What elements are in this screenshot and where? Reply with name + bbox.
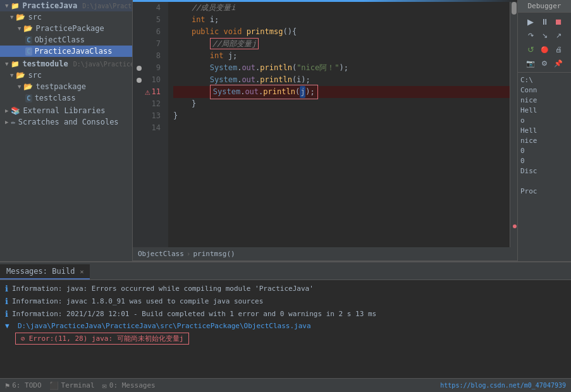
sidebar-item-src[interactable]: ▼ 📂 src [0,11,132,23]
sidebar-item-objectClass[interactable]: C ObjectClass [0,34,132,46]
gutter-cell-10 [133,74,145,86]
debugger-tab[interactable]: Debugger [518,0,571,13]
debug-stop-btn[interactable]: ⏹ [552,15,565,28]
debug-camera-btn[interactable]: 📷 [524,57,537,70]
comment-box: //局部变量j [210,38,259,49]
sidebar-item-practiceJavaClass[interactable]: C PracticeJavaClass [0,46,132,57]
code-editor[interactable]: //成员变量i int i; public void printmsg(){ /… [168,2,510,247]
debug-print-btn[interactable]: 🖨 [552,43,565,56]
line-num-12: 12 [145,98,164,110]
sidebar-item-label: testmodule [22,59,68,68]
debug-rerun-btn[interactable]: ↺ [524,43,537,56]
bottom-tabs: Messages: Build ✕ [0,262,571,280]
info-icon-3: ℹ [5,309,8,319]
debug-step-out-btn[interactable]: ↗ [552,29,565,42]
gutter-cell-5 [133,14,145,26]
debug-pause-btn[interactable]: ⏸ [538,15,551,28]
debug-step-over-btn[interactable]: ↷ [524,29,537,42]
class-icon3: C [25,94,32,102]
error-marker-scrollbar [513,224,517,228]
status-right: https://blog.csdn.net/m0_47047939 [440,382,566,389]
code-text: } [173,110,178,122]
error-code-box: System.out.println(j); [210,85,318,99]
sidebar: ▼ 📁 PracticeJava D:\java\PracticeJava\Pr… [0,0,133,261]
line-num-10: 10 [145,74,164,86]
line-num-14: 14 [145,122,164,134]
code-line-5: int i; [173,14,510,26]
code-text: //成员变量i [173,2,236,14]
scrollbar-thumb [512,2,517,15]
dbg-output-4: Hell [520,106,568,116]
tab-messages-build[interactable]: Messages: Build ✕ [0,264,90,279]
code-text: //局部变量j [173,38,259,50]
code-line-7: //局部变量j [173,38,510,50]
info-icon-1: ℹ [5,284,8,294]
gutter-cell-4 [133,2,145,14]
sidebar-item-practicePackage[interactable]: ▼ 📂 PracticePackage [0,23,132,34]
debug-step-into-btn[interactable]: ↘ [538,29,551,42]
breadcrumb-method: printmsg() [193,250,235,258]
message-row-2: ℹ Information: javac 1.8.0_91 was used t… [0,295,571,308]
editor-scrollbar[interactable] [510,2,517,247]
editor-area: 4 5 6 7 8 9 10 ⚠11 12 13 14 //成员变量i [133,0,517,261]
class-icon: C [25,36,32,44]
sidebar-item-externalLibraries[interactable]: ▶ 📚 External Libraries [0,105,132,116]
status-messages[interactable]: ✉ 0: Messages [102,381,156,390]
expand-arrow-sc: ▶ [5,119,8,125]
code-line-8: int j; [173,50,510,62]
breadcrumb: ObjectClass › printmsg() [133,247,517,261]
library-icon: 📚 [11,106,20,115]
dbg-output-6: Hell [520,126,568,136]
bottom-panel: Messages: Build ✕ ℹ Information: java: E… [0,261,571,378]
sidebar-item-scratches[interactable]: ▶ ✏️ Scratches and Consoles [0,116,132,128]
dbg-output-9: 0 [520,156,568,166]
message-row-1: ℹ Information: java: Errors occurred whi… [0,283,571,295]
line-num-4: 4 [145,2,164,14]
gutter-cell-13 [133,110,145,122]
code-line-6: public void printmsg(){ [173,26,510,38]
tab-label: Messages: Build [6,267,75,276]
debugger-toolbar: ▶ ⏸ ⏹ ↷ ↘ ↗ ↺ 🔴 🖨 📷 ⚙ 📌 [518,13,571,73]
line-num-5: 5 [145,14,164,26]
gutter-cell-12 [133,98,145,110]
todo-label: 6: TODO [12,381,41,389]
status-bar: ⚑ 6: TODO ⬛ Terminal ✉ 0: Messages https… [0,378,571,392]
editor-content: 4 5 6 7 8 9 10 ⚠11 12 13 14 //成员变量i [133,2,517,247]
debug-breakpoint-btn[interactable]: 🔴 [538,43,551,56]
sidebar-item-label: testclass [35,94,76,102]
sidebar-item-label: src [28,13,42,21]
todo-icon: ⚑ [5,381,9,390]
debug-pin-btn[interactable]: 📌 [552,57,565,70]
debug-settings-btn[interactable]: ⚙ [538,57,551,70]
sidebar-item-label: Scratches and Consoles [18,118,119,126]
file-row[interactable]: ▼ D:\java\PracticeJava\PracticeJava\src\… [0,321,571,331]
sidebar-item-testmodule[interactable]: ▼ 📁 testmodule D:\java\PracticeJava\test… [0,58,132,70]
line-num-8: 8 [145,50,164,62]
sidebar-item-src2[interactable]: ▼ 📂 src [0,70,132,81]
line-num-6: 6 [145,26,164,38]
code-text: System.out.println(j); [173,85,318,99]
code-line-4: //成员变量i [173,2,510,14]
code-text: public void printmsg(){ [173,26,297,38]
tab-close-btn[interactable]: ✕ [80,268,83,275]
sidebar-item-practiceJava[interactable]: ▼ 📁 PracticeJava D:\java\PracticeJava\Pr… [0,0,132,11]
gutter-cell-11 [133,86,145,98]
sidebar-item-label: testpackage [35,82,85,91]
class-icon: C [25,47,32,56]
debugger-panel: Debugger ▶ ⏸ ⏹ ↷ ↘ ↗ ↺ 🔴 🖨 📷 ⚙ 📌 C:\ Con… [517,0,571,261]
sidebar-item-testpackage[interactable]: ▼ 📂 testpackage [0,81,132,92]
info-icon-2: ℹ [5,297,8,307]
expand-arrow-src2: ▼ [10,72,13,78]
code-line-13: } [173,110,510,122]
expand-arrow-tm: ▼ [5,61,8,67]
status-todo[interactable]: ⚑ 6: TODO [5,381,42,390]
sidebar-item-testclass[interactable]: C testclass [0,92,132,104]
dbg-output-7: nice [520,136,568,146]
terminal-icon: ⬛ [49,381,59,390]
sidebar-item-label: PracticeJavaClass [35,47,113,56]
gutter-cell-14 [133,122,145,134]
status-terminal[interactable]: ⬛ Terminal [49,381,95,390]
debug-run-btn[interactable]: ▶ [524,15,537,28]
code-text [173,122,178,134]
breadcrumb-class: ObjectClass [138,250,184,258]
